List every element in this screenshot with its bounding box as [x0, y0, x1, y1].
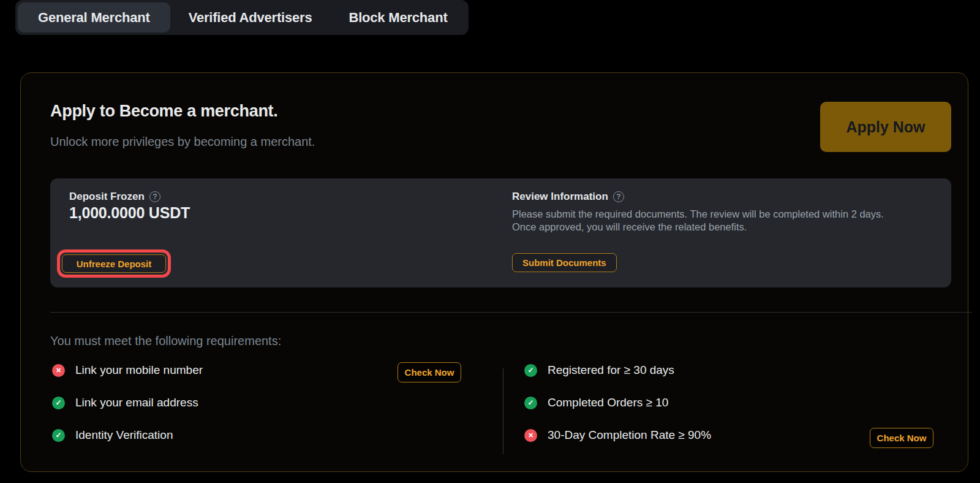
check-circle-icon [52, 397, 65, 409]
requirements-heading: You must meet the following requirements… [50, 334, 281, 348]
cross-circle-icon [52, 364, 65, 377]
deposit-frozen-label: Deposit Frozen [69, 191, 145, 203]
requirement-row: Link your mobile number [52, 363, 203, 377]
submit-documents-button[interactable]: Submit Documents [512, 253, 617, 272]
help-icon[interactable] [613, 191, 624, 202]
apply-merchant-card: Apply to Become a merchant. Unlock more … [20, 72, 968, 472]
requirement-label: Registered for ≥ 30 days [548, 363, 674, 377]
requirement-label: Link your email address [75, 396, 198, 409]
annotation-highlight-box: Unfreeze Deposit [57, 249, 171, 278]
review-information-header: Review Information [512, 191, 624, 203]
tab-general-merchant[interactable]: General Merchant [18, 2, 170, 32]
check-circle-icon [524, 364, 537, 377]
page-subtitle: Unlock more privileges by becoming a mer… [50, 135, 315, 149]
review-information-label: Review Information [512, 191, 608, 203]
requirement-label: Completed Orders ≥ 10 [548, 396, 668, 409]
requirement-label: Link your mobile number [75, 363, 203, 377]
requirement-row: Registered for ≥ 30 days [524, 363, 674, 377]
requirement-row: Link your email address [52, 396, 198, 409]
requirement-label: Identity Verification [75, 428, 173, 442]
requirement-row: Identity Verification [52, 428, 173, 442]
check-now-mobile-button[interactable]: Check Now [398, 362, 461, 382]
requirement-label: 30-Day Completion Rate ≥ 90% [548, 428, 711, 442]
deposit-amount: 1,000.0000 USDT [69, 204, 190, 222]
apply-now-button[interactable]: Apply Now [820, 102, 951, 152]
section-divider [50, 312, 972, 313]
merchant-tabbar: General Merchant Verified Advertisers Bl… [15, 0, 469, 35]
check-circle-icon [524, 397, 537, 409]
help-icon[interactable] [149, 191, 160, 202]
requirement-row: Completed Orders ≥ 10 [524, 396, 668, 409]
review-description: Please submit the required documents. Th… [512, 208, 907, 234]
deposit-frozen-header: Deposit Frozen [69, 191, 160, 203]
unfreeze-deposit-button[interactable]: Unfreeze Deposit [62, 254, 166, 273]
tab-block-merchant[interactable]: Block Merchant [330, 2, 466, 32]
cross-circle-icon [524, 429, 537, 442]
check-now-completion-button[interactable]: Check Now [870, 428, 933, 448]
check-circle-icon [52, 429, 65, 442]
requirement-row: 30-Day Completion Rate ≥ 90% [524, 428, 711, 442]
column-divider [503, 368, 503, 454]
page-title: Apply to Become a merchant. [50, 102, 278, 121]
deposit-review-panel: Deposit Frozen 1,000.0000 USDT Unfreeze … [50, 178, 951, 287]
tab-verified-advertisers[interactable]: Verified Advertisers [170, 2, 331, 32]
